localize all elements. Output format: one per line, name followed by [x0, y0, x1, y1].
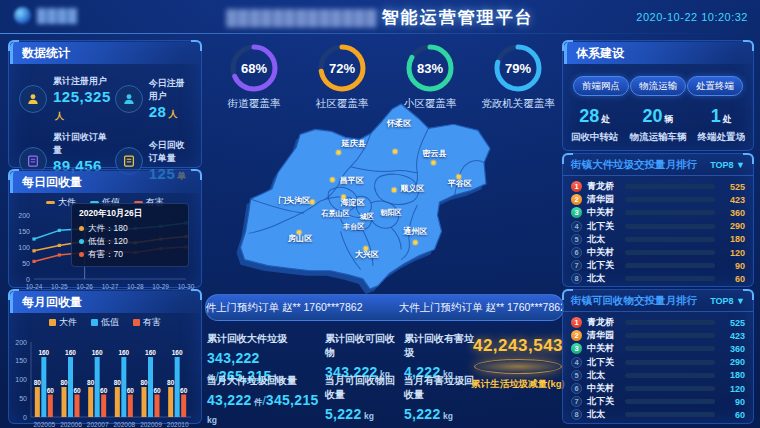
panel-daily-recycling: 每日回收量 大件低值有害 05010015020010-2410-2510-26…	[8, 169, 202, 288]
svg-text:202007: 202007	[87, 421, 109, 428]
svg-text:160: 160	[92, 349, 103, 356]
map-district-label[interactable]: 昌平区	[340, 176, 364, 185]
stat-unit: kg	[207, 415, 217, 425]
map-district-label[interactable]: 房山区	[287, 233, 312, 243]
unit: 处	[723, 114, 732, 124]
svg-text:100: 100	[15, 376, 27, 383]
system-tab-前端网点[interactable]: 前端网点	[573, 76, 629, 96]
map-district-label[interactable]: 朝阳区	[379, 208, 401, 217]
order-icon	[122, 154, 136, 168]
svg-text:60: 60	[127, 387, 135, 394]
stat-unit: 人	[168, 109, 178, 119]
summary-stat: 当月可回收物回收量5,222 kg	[325, 374, 404, 416]
panel-ranking-recyclables: 街镇可回收物交投量月排行 TOP8 ▼ 1青龙桥5252清华园4233中关村36…	[562, 289, 754, 424]
svg-text:200: 200	[15, 339, 27, 346]
svg-text:160: 160	[145, 349, 156, 356]
rank-name: 清华园	[587, 329, 620, 342]
rank-value: 360	[720, 344, 745, 354]
legend-marker	[133, 319, 140, 326]
stat-value: 343,222	[207, 350, 260, 366]
map-district-label[interactable]: 通州区	[402, 226, 427, 236]
stat-text: 累计注册用户125,325人	[53, 75, 111, 123]
summary-stat: 当月大件垃圾回收量43,222 件/345,215 kg	[207, 374, 325, 416]
system-stat: 28处回收中转站	[563, 106, 626, 144]
stat-value: 5,222	[404, 406, 441, 422]
ranking-recyclables-header: 街镇可回收物交投量月排行 TOP8 ▼	[563, 290, 753, 312]
system-tab-物流运输[interactable]: 物流运输	[630, 76, 686, 96]
rank-name: 北下关	[587, 220, 620, 233]
unit: 辆	[665, 114, 674, 124]
stat-value: 345,215	[266, 392, 319, 408]
svg-text:60: 60	[47, 387, 55, 394]
map-district-label[interactable]: 海淀区	[340, 197, 365, 207]
rank-name: 青龙桥	[587, 180, 620, 193]
stat-text: 今日注册用户28人	[149, 77, 193, 120]
system-stat: 1处终端处置场	[690, 106, 753, 144]
chevron-down-icon: ▼	[736, 296, 745, 306]
rank-value: 90	[720, 397, 745, 407]
rank-name: 青龙桥	[587, 316, 620, 329]
recycling-summary-stats: 累计回收大件垃圾343,222 件/265,215 kg累计回收可回收物343,…	[207, 332, 482, 416]
legend-item-低值[interactable]: 低值	[91, 316, 119, 329]
rank-badge: 2	[571, 330, 582, 341]
beijing-district-map[interactable]: 怀柔区延庆县密云县昌平区顺义区平谷区门头沟区海淀区石景山区城区朝阳区丰台区房山区…	[216, 100, 556, 294]
svg-text:60: 60	[153, 387, 161, 394]
map-district-label[interactable]: 怀柔区	[386, 118, 411, 128]
gauge-ring: 72%	[316, 42, 368, 94]
rank-bar-track	[625, 237, 715, 242]
summary-stat-label: 累计回收可回收物	[325, 332, 404, 360]
map-district-label[interactable]: 石景山区	[320, 209, 349, 218]
map-district-label[interactable]: 密云县	[422, 148, 446, 158]
map-district-label[interactable]: 延庆县	[341, 138, 366, 148]
map-district-label[interactable]: 顺义区	[399, 183, 424, 193]
legend-item-有害[interactable]: 有害	[133, 316, 161, 329]
user-icon	[115, 85, 143, 113]
legend-marker	[46, 201, 55, 204]
gold-platform-glow	[474, 359, 562, 374]
panel-data-statistics-title: 数据统计	[10, 42, 200, 64]
svg-text:80: 80	[34, 379, 42, 386]
map-district-label[interactable]: 平谷区	[447, 179, 472, 188]
rank-name: 清华园	[587, 193, 620, 206]
legend-item-大件[interactable]: 大件	[49, 316, 77, 329]
ranking-row: 8北太60	[571, 272, 745, 285]
waste-reduction-counter: 42,243,543 累计生活垃圾减量(kg)	[466, 336, 570, 391]
rank-badge: 1	[571, 317, 582, 328]
rank-bar-track	[625, 263, 715, 268]
legend-label: 低值	[101, 316, 119, 329]
map-district-label[interactable]: 城区	[359, 212, 374, 220]
rank-bar-track	[625, 386, 715, 391]
svg-text:202005: 202005	[33, 421, 55, 428]
rank-bar-track	[625, 412, 715, 417]
rank-bar-track	[625, 197, 715, 202]
ranking-row: 1青龙桥525	[571, 180, 745, 193]
rank-value: 525	[720, 318, 745, 328]
ranking-row: 2清华园423	[571, 329, 745, 342]
svg-text:200: 200	[18, 212, 30, 219]
summary-stat-value: 5,222 kg	[404, 405, 482, 423]
rank-value: 290	[720, 221, 745, 231]
stat-value: 43,222	[207, 392, 252, 408]
rank-value: 60	[720, 274, 745, 284]
map-district-label[interactable]: 大兴区	[355, 250, 379, 259]
rank-bar-track	[625, 333, 715, 338]
ranking-recyclables-title: 街镇可回收物交投量月排行	[571, 294, 697, 308]
rank-value: 120	[720, 248, 745, 258]
svg-text:0: 0	[26, 276, 30, 283]
svg-text:0: 0	[23, 414, 27, 421]
svg-text:150: 150	[15, 357, 27, 364]
map-district-label[interactable]: 丰台区	[342, 222, 364, 231]
gauge-percent: 79%	[492, 42, 544, 94]
system-tab-处置终端[interactable]: 处置终端	[687, 76, 743, 96]
map-district-label[interactable]: 门头沟区	[278, 195, 310, 205]
rank-name: 中关村	[587, 246, 620, 259]
rank-name: 北下关	[587, 259, 620, 272]
gauge-percent: 83%	[404, 42, 456, 94]
ranking-recyclables-top8-dropdown[interactable]: TOP8 ▼	[710, 296, 745, 306]
ranking-large-top8-dropdown[interactable]: TOP8 ▼	[710, 160, 745, 170]
svg-text:50: 50	[19, 395, 27, 402]
order-icon	[26, 154, 40, 168]
value: 28	[579, 106, 599, 126]
value: 1	[711, 106, 721, 126]
ranking-large-title: 街镇大件垃圾交投量月排行	[571, 158, 697, 172]
